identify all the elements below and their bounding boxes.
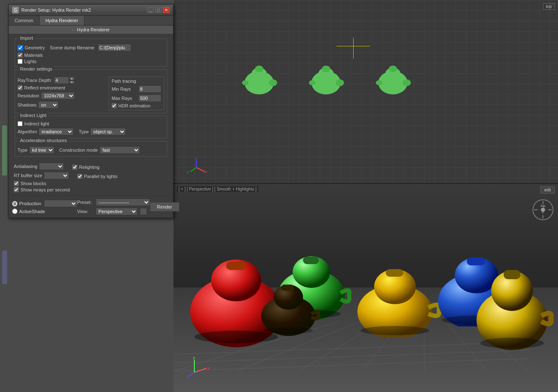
show-blocks-checkbox[interactable]: [14, 181, 19, 186]
nav-widget[interactable]: top fr: [532, 199, 555, 222]
svg-text:z: z: [186, 374, 189, 379]
viewport-top[interactable]: top: [173, 0, 558, 184]
svg-line-67: [194, 368, 207, 372]
construction-select[interactable]: fast optimal highest quality: [99, 146, 140, 154]
show-blocks-label: Show blocks: [20, 181, 46, 186]
relighting-checkbox[interactable]: [72, 165, 77, 170]
indirect-light-checkbox[interactable]: [18, 121, 23, 126]
production-radio[interactable]: [12, 201, 18, 206]
raytrace-depth-input[interactable]: [54, 76, 69, 84]
preset-row: Preset: --------------------: [77, 199, 150, 206]
panel-content: Import Geometry Scene dump filename Mate…: [9, 34, 173, 196]
dialog-bottom-bar: Production ActiveShade Preset: ---------…: [9, 196, 173, 218]
svg-rect-49: [386, 269, 403, 277]
shadows-select[interactable]: on off area: [38, 101, 59, 109]
svg-point-17: [376, 80, 382, 85]
close-button[interactable]: ✕: [163, 7, 170, 13]
svg-point-11: [309, 80, 316, 85]
teapot-dark-svg: [257, 270, 328, 337]
show-mrays-checkbox[interactable]: [14, 187, 19, 192]
activeshade-row: ActiveShade: [12, 209, 77, 214]
bottom-axes: x y z: [186, 354, 211, 379]
acceleration-label: Acceleration structures: [18, 138, 69, 143]
dialog-app-icon: G: [12, 7, 19, 13]
rt-buffer-label: RT buffer size: [14, 173, 42, 178]
crosshair-v: [353, 38, 354, 59]
svg-rect-41: [303, 257, 319, 264]
min-rays-input[interactable]: [138, 85, 161, 93]
rt-buffer-select[interactable]: 256 512: [44, 172, 69, 179]
production-select[interactable]: [44, 200, 77, 207]
view-row: View: Perspective: [77, 208, 150, 215]
edit-button[interactable]: edit: [540, 186, 555, 193]
svg-point-62: [541, 208, 545, 212]
left-tool-strip-1: [2, 125, 7, 176]
production-row: Production: [12, 200, 77, 207]
min-rays-label: Min Rays: [112, 87, 137, 92]
view-extra-btn[interactable]: [140, 208, 147, 215]
preset-view-group: Preset: -------------------- View: Persp…: [77, 199, 150, 215]
svg-rect-3: [257, 66, 261, 69]
show-mrays-row: Show mrays per second: [14, 187, 168, 192]
render-settings-left: RayTrace Depth: ▲ ▼ Reflect: [18, 75, 105, 110]
max-rays-input[interactable]: [138, 94, 161, 102]
import-label: Import: [18, 36, 35, 41]
antialiasing-relighting-row: Antialiasing 2x 4x 8x Relighting: [14, 163, 168, 170]
algorithm-select[interactable]: irradiance path tracing: [38, 128, 74, 135]
right-panel: top: [173, 0, 558, 392]
maximize-button[interactable]: □: [155, 7, 162, 13]
axes-svg: x y z: [186, 157, 207, 178]
accel-type-select[interactable]: kd tree bvh octree: [29, 146, 54, 154]
materials-checkbox[interactable]: [18, 53, 23, 58]
svg-point-10: [336, 79, 344, 86]
antialiasing-select[interactable]: 2x 4x 8x: [39, 163, 64, 170]
viewport-bottom[interactable]: [ + ] [ Perspective ] [ Smooth + Highlig…: [173, 184, 558, 392]
svg-rect-45: [281, 285, 294, 291]
raytrace-depth-label: RayTrace Depth:: [18, 78, 52, 83]
svg-point-46: [264, 327, 313, 334]
acceleration-section: Acceleration structures Type kd tree bvh…: [15, 141, 167, 157]
activeshade-label: ActiveShade: [19, 209, 45, 214]
relighting-label: Relighting: [79, 165, 99, 170]
type-label: Type: [79, 129, 89, 134]
scene-dump-input[interactable]: [98, 44, 131, 51]
preset-select[interactable]: --------------------: [96, 199, 150, 206]
type-select[interactable]: object sp. world space: [90, 128, 126, 135]
render-button[interactable]: Render: [150, 202, 179, 211]
svg-point-5: [242, 80, 249, 85]
svg-rect-57: [504, 270, 520, 279]
lights-checkbox[interactable]: [18, 59, 23, 64]
svg-point-58: [480, 338, 544, 349]
algorithm-label: Algorithm: [18, 129, 37, 134]
svg-text:x: x: [205, 170, 207, 174]
indirect-light-section: Indirect Light Indirect light Algorithm …: [15, 116, 167, 138]
raytrace-up-btn[interactable]: ▲: [69, 76, 75, 80]
extra-settings: Antialiasing 2x 4x 8x Relighting RT buff…: [11, 159, 171, 194]
dialog-window-controls: _ □ ✕: [147, 7, 170, 13]
indirect-light-row: Indirect light: [18, 121, 164, 126]
parallel-lights-checkbox[interactable]: [77, 174, 82, 179]
resolution-select[interactable]: 1024x768 640x480 1280x720 1920x1080: [41, 92, 75, 99]
antialiasing-label: Antialiasing: [14, 164, 37, 169]
minimize-button[interactable]: _: [147, 7, 154, 13]
svg-text:x: x: [208, 366, 210, 370]
bottom-axes-svg: x y z: [186, 354, 211, 379]
geometry-checkbox[interactable]: [18, 45, 23, 51]
hdr-label: HDR estimation: [118, 103, 150, 108]
tab-hydra-renderer[interactable]: Hydra Renderer: [40, 16, 84, 25]
resolution-row: Resolution 1024x768 640x480 1280x720 192…: [18, 92, 105, 99]
activeshade-radio[interactable]: [12, 209, 18, 214]
svg-rect-9: [324, 66, 328, 69]
tab-common[interactable]: Common: [9, 16, 40, 25]
view-select[interactable]: Perspective: [96, 208, 138, 215]
accel-type-row: Type kd tree bvh octree Construction mod…: [18, 146, 164, 154]
teapot-silhouette-1: [240, 63, 282, 96]
min-rays-row: Min Rays: [112, 85, 161, 93]
accel-type-label: Type: [18, 148, 28, 153]
raytrace-down-btn[interactable]: ▼: [69, 80, 75, 84]
reflect-env-checkbox[interactable]: [18, 85, 23, 90]
production-label: Production: [19, 201, 41, 206]
teapot-dark: [257, 270, 328, 338]
hdr-checkbox[interactable]: [112, 103, 117, 108]
parallel-lights-row: Parallel by lights: [77, 174, 117, 179]
